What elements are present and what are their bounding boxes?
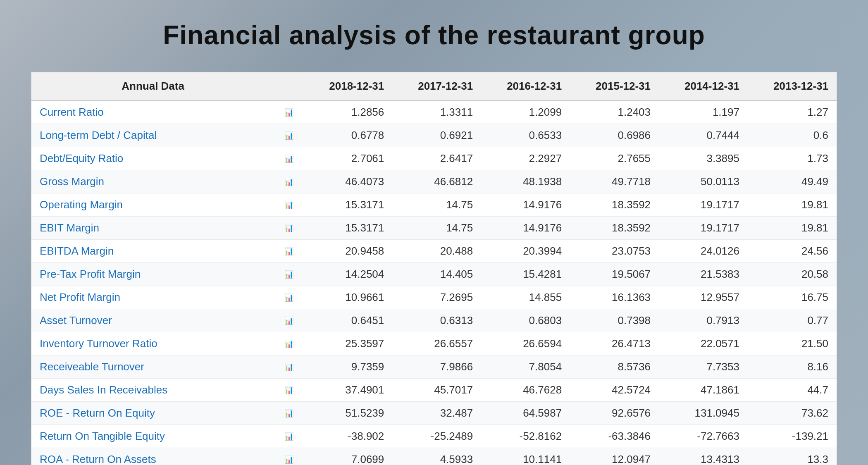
chart-icon[interactable]: 📊 (274, 379, 303, 402)
data-value: 44.7 (748, 379, 837, 402)
data-value: 32.487 (392, 402, 481, 425)
chart-icon[interactable]: 📊 (274, 355, 303, 379)
row-label[interactable]: ROE - Return On Equity (31, 402, 274, 425)
data-value: 25.3597 (303, 332, 392, 355)
chart-icon[interactable]: 📊 (274, 332, 303, 355)
data-value: 1.2099 (481, 100, 570, 124)
data-value: 10.9661 (303, 286, 392, 309)
data-value: 18.3592 (570, 217, 659, 240)
table-row: ROA - Return On Assets📊7.06994.593310.11… (31, 448, 837, 465)
data-value: 0.6 (748, 124, 837, 147)
table-row: EBIT Margin📊15.317114.7514.917618.359219… (31, 217, 837, 240)
row-label[interactable]: ROA - Return On Assets (31, 448, 274, 465)
table-row: Return On Tangible Equity📊-38.902-25.248… (31, 425, 837, 448)
row-label[interactable]: Return On Tangible Equity (31, 425, 274, 448)
data-value: 92.6576 (570, 402, 659, 425)
header-col-4: 2015-12-31 (570, 72, 659, 100)
chart-icon[interactable]: 📊 (274, 402, 303, 425)
data-value: 14.75 (392, 193, 481, 217)
data-value: 12.9557 (659, 286, 748, 309)
chart-icon[interactable]: 📊 (274, 240, 303, 263)
table-row: EBITDA Margin📊20.945820.48820.399423.075… (31, 240, 837, 263)
data-value: 19.1717 (659, 193, 748, 217)
row-label[interactable]: Operating Margin (31, 193, 274, 217)
data-value: 8.5736 (570, 355, 659, 379)
data-value: 23.0753 (570, 240, 659, 263)
data-value: 1.2856 (303, 100, 392, 124)
row-label[interactable]: EBIT Margin (31, 217, 274, 240)
chart-icon[interactable]: 📊 (274, 425, 303, 448)
data-value: 26.6594 (481, 332, 570, 355)
data-value: 2.7061 (303, 147, 392, 170)
data-value: 49.49 (748, 170, 837, 193)
data-value: 46.4073 (303, 170, 392, 193)
data-value: 131.0945 (659, 402, 748, 425)
chart-icon[interactable]: 📊 (274, 263, 303, 286)
chart-icon[interactable]: 📊 (274, 286, 303, 309)
data-value: 14.855 (481, 286, 570, 309)
table-row: Operating Margin📊15.317114.7514.917618.3… (31, 193, 837, 217)
data-value: 15.3171 (303, 193, 392, 217)
data-value: -72.7663 (659, 425, 748, 448)
data-value: -38.902 (303, 425, 392, 448)
data-value: 20.9458 (303, 240, 392, 263)
data-value: 0.7913 (659, 309, 748, 332)
data-value: 26.4713 (570, 332, 659, 355)
chart-icon[interactable]: 📊 (274, 448, 303, 465)
data-value: -52.8162 (481, 425, 570, 448)
row-label[interactable]: Net Profit Margin (31, 286, 274, 309)
financial-table-container: Annual Data 2018-12-31 2017-12-31 2016-1… (31, 72, 837, 465)
data-value: 1.3311 (392, 100, 481, 124)
data-value: 4.5933 (392, 448, 481, 465)
data-value: 13.4313 (659, 448, 748, 465)
data-value: 7.9866 (392, 355, 481, 379)
table-row: Asset Turnover📊0.64510.63130.68030.73980… (31, 309, 837, 332)
data-value: -139.21 (748, 425, 837, 448)
data-value: 49.7718 (570, 170, 659, 193)
row-label[interactable]: Pre-Tax Profit Margin (31, 263, 274, 286)
data-value: 15.4281 (481, 263, 570, 286)
table-row: ROE - Return On Equity📊51.523932.48764.5… (31, 402, 837, 425)
data-value: 1.27 (748, 100, 837, 124)
header-icon-col (274, 72, 303, 100)
data-value: 14.405 (392, 263, 481, 286)
data-value: 0.6778 (303, 124, 392, 147)
chart-icon[interactable]: 📊 (274, 217, 303, 240)
data-value: 21.5383 (659, 263, 748, 286)
row-label[interactable]: Current Ratio (31, 100, 274, 124)
table-row: Debt/Equity Ratio📊2.70612.64172.29272.76… (31, 147, 837, 170)
row-label[interactable]: Long-term Debt / Capital (31, 124, 274, 147)
data-value: 64.5987 (481, 402, 570, 425)
data-value: 0.7398 (570, 309, 659, 332)
data-value: 0.6533 (481, 124, 570, 147)
row-label[interactable]: Debt/Equity Ratio (31, 147, 274, 170)
chart-icon[interactable]: 📊 (274, 193, 303, 217)
chart-icon[interactable]: 📊 (274, 100, 303, 124)
table-row: Days Sales In Receivables📊37.490145.7017… (31, 379, 837, 402)
chart-icon[interactable]: 📊 (274, 170, 303, 193)
data-value: 73.62 (748, 402, 837, 425)
data-value: 24.56 (748, 240, 837, 263)
data-value: 16.75 (748, 286, 837, 309)
row-label[interactable]: Gross Margin (31, 170, 274, 193)
chart-icon[interactable]: 📊 (274, 147, 303, 170)
chart-icon[interactable]: 📊 (274, 309, 303, 332)
data-value: 16.1363 (570, 286, 659, 309)
data-value: 46.6812 (392, 170, 481, 193)
row-label[interactable]: Inventory Turnover Ratio (31, 332, 274, 355)
data-value: 7.8054 (481, 355, 570, 379)
data-value: 9.7359 (303, 355, 392, 379)
data-value: 19.5067 (570, 263, 659, 286)
data-value: 2.6417 (392, 147, 481, 170)
row-label[interactable]: EBITDA Margin (31, 240, 274, 263)
row-label[interactable]: Asset Turnover (31, 309, 274, 332)
table-row: Net Profit Margin📊10.96617.269514.85516.… (31, 286, 837, 309)
table-header-row: Annual Data 2018-12-31 2017-12-31 2016-1… (31, 72, 837, 100)
row-label[interactable]: Days Sales In Receivables (31, 379, 274, 402)
chart-icon[interactable]: 📊 (274, 124, 303, 147)
data-value: 51.5239 (303, 402, 392, 425)
data-value: 45.7017 (392, 379, 481, 402)
data-value: 7.2695 (392, 286, 481, 309)
data-value: 1.197 (659, 100, 748, 124)
row-label[interactable]: Receiveable Turnover (31, 355, 274, 379)
